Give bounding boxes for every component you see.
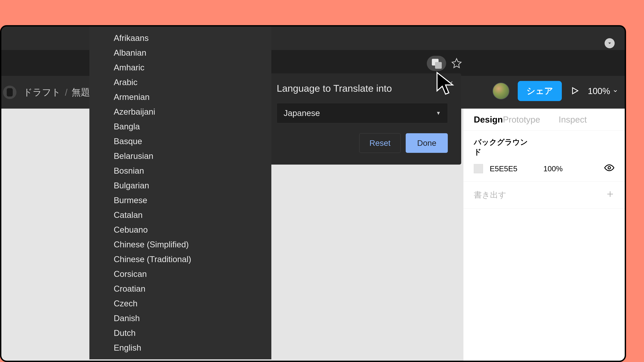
breadcrumb-drafts[interactable]: ドラフト xyxy=(23,86,61,98)
color-swatch[interactable] xyxy=(474,164,483,173)
tab-prototype[interactable]: Prototype xyxy=(503,114,540,124)
language-option[interactable]: Danish xyxy=(90,311,271,326)
translate-popover: Language to Translate into Japanese ▼ Re… xyxy=(263,73,461,165)
app-window: ドラフト / 無題 シェア 100% Design Prototype Insp… xyxy=(0,25,626,362)
language-option[interactable]: Corsican xyxy=(90,267,271,281)
chevron-down-icon xyxy=(613,88,618,94)
visibility-toggle[interactable] xyxy=(604,163,614,175)
eye-icon xyxy=(604,163,614,173)
share-button[interactable]: シェア xyxy=(518,81,562,101)
breadcrumb-file-name[interactable]: 無題 xyxy=(72,86,90,98)
breadcrumb: ドラフト / 無題 xyxy=(23,86,90,98)
bookmark-button[interactable] xyxy=(451,58,462,69)
language-option[interactable]: Burmese xyxy=(90,193,271,208)
language-option[interactable]: Cebuano xyxy=(90,222,271,237)
play-icon xyxy=(570,86,580,95)
cursor xyxy=(436,71,457,98)
background-row: E5E5E5 100% xyxy=(474,163,614,175)
present-button[interactable] xyxy=(570,86,580,96)
star-icon xyxy=(451,58,462,68)
background-label: バックグラウンド xyxy=(474,137,531,157)
figma-logo[interactable] xyxy=(3,86,16,99)
chevron-down-icon xyxy=(607,40,612,46)
chrome-menu-button[interactable] xyxy=(604,38,615,48)
tab-design[interactable]: Design xyxy=(474,114,503,124)
language-option[interactable]: Chinese (Simplified) xyxy=(90,237,271,252)
popover-title: Language to Translate into xyxy=(277,83,448,94)
color-hex[interactable]: E5E5E5 xyxy=(490,164,537,173)
language-option[interactable]: Bosnian xyxy=(90,163,271,178)
language-dropdown[interactable]: Afrikaans Albanian Amharic Arabic Armeni… xyxy=(90,26,271,359)
export-section: 書き出す xyxy=(464,181,625,209)
panel-tabs: Design Prototype Inspect xyxy=(464,109,625,130)
svg-point-0 xyxy=(608,167,611,169)
header-right: シェア 100% xyxy=(492,81,618,101)
popover-buttons: Reset Done xyxy=(277,133,448,153)
export-label: 書き出す xyxy=(474,190,506,200)
language-option[interactable]: Dutch xyxy=(90,326,271,340)
color-opacity[interactable]: 100% xyxy=(544,164,574,173)
selected-language: Japanese xyxy=(284,108,320,118)
language-select[interactable]: Japanese ▼ xyxy=(277,103,448,123)
language-option[interactable]: Basque xyxy=(90,134,271,149)
language-option[interactable]: Azerbaijani xyxy=(90,104,271,119)
reset-button[interactable]: Reset xyxy=(359,133,401,153)
language-option[interactable]: Croatian xyxy=(90,281,271,296)
background-section: バックグラウンド E5E5E5 100% xyxy=(464,130,625,181)
done-button[interactable]: Done xyxy=(406,133,448,153)
language-option[interactable]: Czech xyxy=(90,296,271,311)
language-option[interactable]: Amharic xyxy=(90,60,271,75)
language-option[interactable]: Albanian xyxy=(90,45,271,60)
breadcrumb-separator: / xyxy=(65,87,68,98)
tab-inspect[interactable]: Inspect xyxy=(559,114,587,124)
language-option[interactable]: Arabic xyxy=(90,75,271,90)
language-option[interactable]: Chinese (Traditional) xyxy=(90,252,271,267)
address-bar-icons xyxy=(427,56,462,71)
language-option[interactable]: Armenian xyxy=(90,90,271,104)
language-option[interactable]: English xyxy=(90,340,271,355)
plus-icon xyxy=(606,190,614,198)
caret-down-icon: ▼ xyxy=(436,110,441,116)
cursor-icon xyxy=(436,71,457,98)
language-option[interactable]: Bangla xyxy=(90,119,271,134)
add-export-button[interactable] xyxy=(606,190,614,200)
properties-panel: Design Prototype Inspect バックグラウンド E5E5E5… xyxy=(463,109,625,361)
language-option[interactable]: Bulgarian xyxy=(90,178,271,193)
zoom-control[interactable]: 100% xyxy=(588,86,618,96)
translate-button[interactable] xyxy=(427,56,446,71)
zoom-value: 100% xyxy=(588,86,610,96)
language-option[interactable]: Catalan xyxy=(90,208,271,222)
translate-icon xyxy=(432,59,441,68)
avatar[interactable] xyxy=(492,83,509,99)
language-option[interactable]: Belarusian xyxy=(90,149,271,163)
language-option[interactable]: Afrikaans xyxy=(90,31,271,45)
